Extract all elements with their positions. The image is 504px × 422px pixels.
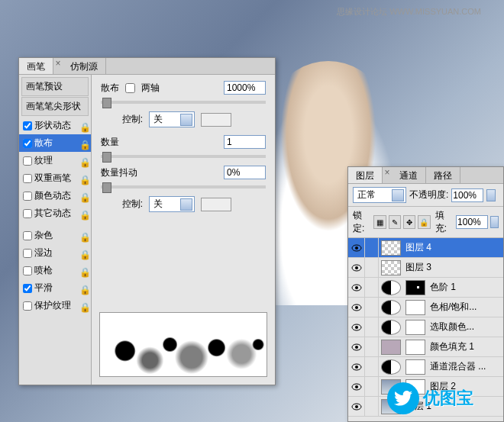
sidebar-scatter[interactable]: 散布🔒	[19, 134, 91, 152]
visibility-toggle[interactable]	[348, 278, 365, 298]
both-axes-checkbox[interactable]	[125, 83, 135, 93]
tab-layers[interactable]: 图层	[348, 167, 383, 183]
lock-icon: 🔒	[79, 285, 87, 292]
layer-row[interactable]: 色阶 1	[348, 278, 503, 298]
svg-point-13	[355, 366, 358, 369]
lock-all-button[interactable]: 🔒	[418, 215, 430, 229]
sidebar-protect-texture[interactable]: 保护纹理🔒	[19, 297, 91, 314]
watermark-text: 思缘设计论坛 WWW.MISSYUAN.COM	[337, 6, 481, 18]
visibility-toggle[interactable]	[348, 377, 365, 397]
checkbox-airbrush[interactable]	[23, 266, 32, 275]
layer-row[interactable]: 色相/饱和...	[348, 298, 503, 317]
brush-sidebar: 画笔预设 画笔笔尖形状 形状动态🔒 散布🔒 纹理🔒 双重画笔🔒 颜色动态🔒 其它…	[19, 75, 92, 385]
sidebar-wet-edges[interactable]: 湿边🔒	[19, 244, 91, 262]
lock-pixels-button[interactable]: ✎	[389, 215, 401, 229]
layer-name: 通道混合器 ...	[428, 360, 486, 373]
svg-point-9	[355, 326, 358, 329]
control-dropdown-2[interactable]: 关	[149, 196, 195, 212]
lock-icon: 🔒	[79, 232, 87, 240]
layer-thumb	[381, 240, 401, 256]
layer-name: 颜色填充 1	[428, 340, 474, 353]
visibility-toggle[interactable]	[348, 258, 365, 278]
lock-icon: 🔒	[79, 302, 87, 310]
opacity-input[interactable]	[451, 188, 483, 202]
sidebar-texture[interactable]: 纹理🔒	[19, 152, 91, 169]
brush-content: 散布 两轴 控制: 关 数量 数量抖动	[92, 75, 275, 385]
layer-row[interactable]: 通道混合器 ...	[348, 357, 503, 377]
lock-icon: 🔒	[79, 250, 87, 257]
sidebar-color-dynamics[interactable]: 颜色动态🔒	[19, 187, 91, 205]
opacity-arrow[interactable]	[486, 189, 496, 201]
control-label-2: 控制:	[101, 198, 143, 211]
jitter-slider[interactable]	[101, 185, 266, 188]
checkbox-scatter[interactable]	[23, 139, 32, 148]
brush-panel: 画笔 × 仿制源 画笔预设 画笔笔尖形状 形状动态🔒 散布🔒 纹理🔒 双重画笔🔒…	[18, 57, 276, 385]
scatter-slider[interactable]	[101, 101, 266, 104]
sidebar-smoothing[interactable]: 平滑🔒	[19, 279, 91, 297]
sidebar-noise[interactable]: 杂色🔒	[19, 227, 91, 244]
checkbox-texture[interactable]	[23, 156, 32, 166]
sidebar-shape-dynamics[interactable]: 形状动态🔒	[19, 117, 91, 134]
checkbox-wet[interactable]	[23, 249, 32, 258]
count-input[interactable]	[224, 135, 266, 149]
checkbox-shape[interactable]	[23, 121, 32, 130]
checkbox-smooth[interactable]	[23, 284, 32, 293]
fill-arrow[interactable]	[490, 216, 499, 228]
layer-row[interactable]: 颜色填充 1	[348, 337, 503, 357]
checkbox-noise[interactable]	[23, 231, 32, 240]
lock-icon: 🔒	[79, 192, 87, 200]
lock-icon: 🔒	[79, 267, 87, 275]
mask-thumb	[405, 359, 425, 375]
svg-point-17	[355, 405, 358, 408]
control-swatch-2	[201, 198, 231, 211]
visibility-toggle[interactable]	[348, 337, 365, 357]
visibility-toggle[interactable]	[348, 357, 365, 377]
lock-icon: 🔒	[79, 122, 87, 130]
scatter-label: 散布	[101, 82, 119, 95]
svg-point-1	[355, 246, 358, 250]
opacity-label: 不透明度:	[409, 188, 448, 201]
layer-name: 图层 4	[403, 241, 431, 254]
checkbox-color[interactable]	[23, 192, 32, 201]
visibility-toggle[interactable]	[348, 238, 365, 258]
jitter-input[interactable]	[224, 166, 266, 179]
checkbox-other[interactable]	[23, 209, 32, 218]
fill-label: 填充:	[435, 209, 454, 235]
sidebar-other-dynamics[interactable]: 其它动态🔒	[19, 205, 91, 222]
svg-point-7	[355, 306, 358, 309]
layer-name: 图层 3	[403, 261, 431, 274]
lock-position-button[interactable]: ✥	[403, 215, 415, 229]
layer-row[interactable]: 选取颜色...	[348, 317, 503, 337]
control-dropdown-1[interactable]: 关	[149, 111, 195, 127]
tab-clone-source[interactable]: 仿制源	[63, 58, 106, 74]
twitter-icon	[387, 382, 419, 414]
control-swatch-1	[201, 113, 231, 127]
layer-row[interactable]: 图层 4	[348, 238, 503, 258]
sidebar-preset[interactable]: 画笔预设	[21, 77, 89, 96]
visibility-toggle[interactable]	[348, 397, 365, 417]
sidebar-airbrush[interactable]: 喷枪🔒	[19, 262, 91, 279]
blend-mode-dropdown[interactable]: 正常	[353, 187, 406, 203]
sidebar-tip-shape[interactable]: 画笔笔尖形状	[21, 97, 89, 116]
layers-tabs: 图层 × 通道 路径	[348, 167, 503, 184]
visibility-toggle[interactable]	[348, 298, 365, 317]
count-slider[interactable]	[101, 155, 266, 158]
svg-point-5	[355, 286, 358, 289]
tab-paths[interactable]: 路径	[426, 167, 460, 183]
lock-icon: 🔒	[79, 157, 87, 165]
tab-layers-close[interactable]: ×	[383, 167, 392, 183]
sidebar-dual-brush[interactable]: 双重画笔🔒	[19, 169, 91, 187]
scatter-input[interactable]	[224, 81, 266, 95]
logo-watermark: 优图宝	[387, 382, 473, 414]
checkbox-dual[interactable]	[23, 174, 32, 183]
layer-thumb	[381, 260, 401, 275]
lock-transparency-button[interactable]: ▦	[373, 215, 386, 229]
checkbox-protect[interactable]	[23, 301, 32, 311]
layer-row[interactable]: 图层 3	[348, 258, 503, 278]
jitter-label: 数量抖动	[101, 166, 137, 179]
visibility-toggle[interactable]	[348, 317, 365, 337]
tab-brush-close[interactable]: ×	[53, 58, 63, 74]
tab-brush[interactable]: 画笔	[19, 58, 53, 74]
fill-input[interactable]	[456, 215, 488, 229]
tab-channels[interactable]: 通道	[392, 167, 426, 183]
